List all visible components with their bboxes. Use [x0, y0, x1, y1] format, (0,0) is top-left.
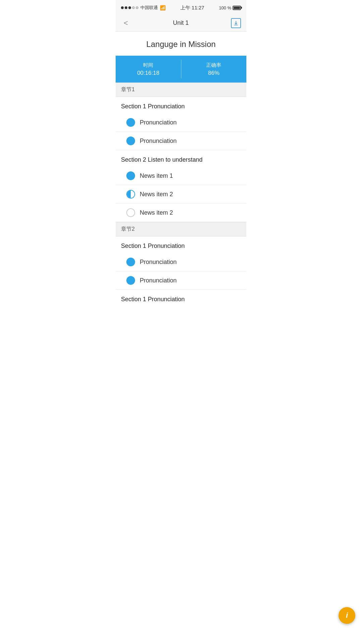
- circle-full-icon: [126, 258, 135, 266]
- circle-full-icon: [126, 276, 135, 285]
- nav-bar: < Unit 1: [116, 15, 246, 32]
- accuracy-label: 正确率: [206, 62, 221, 68]
- status-right: 100 %: [219, 5, 241, 10]
- list-item-label: News item 1: [140, 172, 173, 179]
- status-bar: 中国联通 📶 上午 11:27 100 %: [116, 0, 246, 15]
- download-button[interactable]: [231, 18, 241, 28]
- time-value: 00:16:18: [137, 70, 159, 76]
- list-item[interactable]: Pronunciation: [116, 132, 246, 150]
- circle-half-icon: [126, 190, 135, 199]
- wifi-icon: 📶: [160, 5, 166, 10]
- accuracy-value: 86%: [208, 70, 220, 76]
- battery-label: 100 %: [219, 5, 231, 10]
- nav-title: Unit 1: [173, 19, 189, 26]
- list-item-label: News item 2: [140, 191, 173, 198]
- list-item[interactable]: Pronunciation: [116, 253, 246, 271]
- list-item[interactable]: News item 2: [116, 185, 246, 204]
- list-item[interactable]: News item 2: [116, 204, 246, 222]
- status-left: 中国联通 📶: [121, 5, 166, 11]
- section-title: Section 1 Pronunciation: [116, 97, 246, 113]
- section-title: Section 1 Pronunciation: [116, 236, 246, 253]
- chapter-header: 章节1: [116, 83, 246, 97]
- carrier-label: 中国联通: [140, 5, 158, 11]
- time-label: 时间: [143, 62, 153, 68]
- list-item[interactable]: Pronunciation: [116, 271, 246, 290]
- stat-time: 时间 00:16:18: [116, 56, 181, 83]
- list-item-label: Pronunciation: [140, 138, 177, 145]
- content-area: 章节1Section 1 PronunciationPronunciationP…: [116, 83, 246, 306]
- chapter-header: 章节2: [116, 222, 246, 236]
- stats-banner: 时间 00:16:18 正确率 86%: [116, 56, 246, 83]
- list-item-label: Pronunciation: [140, 277, 177, 284]
- list-item-label: Pronunciation: [140, 119, 177, 126]
- battery-icon: [233, 6, 241, 10]
- list-item[interactable]: Pronunciation: [116, 113, 246, 132]
- circle-full-icon: [126, 137, 135, 145]
- section-title: Section 2 Listen to understand: [116, 150, 246, 167]
- page-title: Languge in Mission: [116, 32, 246, 56]
- circle-empty-icon: [126, 208, 135, 217]
- list-item-label: Pronunciation: [140, 259, 177, 266]
- section-title: Section 1 Pronunciation: [116, 290, 246, 306]
- list-item-label: News item 2: [140, 209, 173, 216]
- stat-accuracy: 正确率 86%: [181, 56, 247, 83]
- list-item[interactable]: News item 1: [116, 167, 246, 185]
- status-time: 上午 11:27: [180, 5, 204, 11]
- back-button[interactable]: <: [121, 17, 131, 29]
- circle-full-icon: [126, 171, 135, 180]
- signal-icon: [121, 6, 138, 9]
- circle-full-icon: [126, 118, 135, 127]
